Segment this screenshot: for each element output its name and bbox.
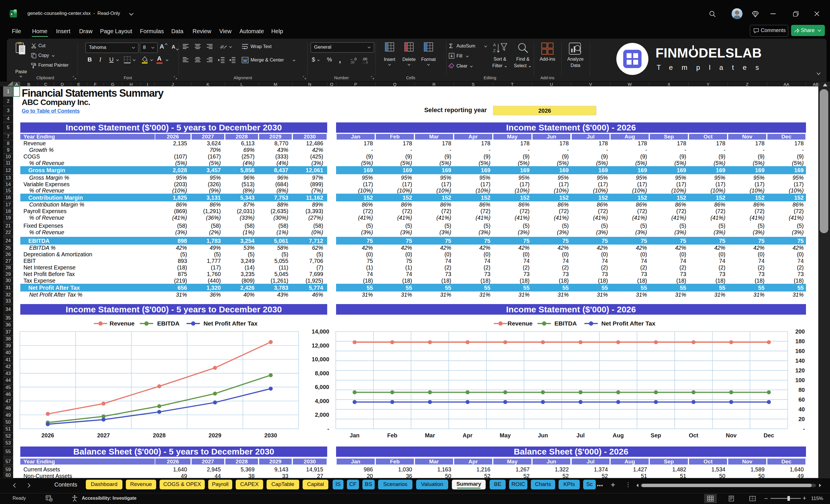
svg-text:8,000: 8,000 (315, 370, 329, 376)
svg-text:Revenue: Revenue (508, 320, 533, 327)
svg-text:160: 160 (795, 348, 805, 354)
svg-text:Dec: Dec (764, 432, 774, 439)
svg-text:20: 20 (799, 416, 805, 422)
svg-text:2,000: 2,000 (315, 412, 329, 418)
svg-text:Z: Z (493, 48, 496, 53)
svg-text:6,000: 6,000 (315, 384, 329, 390)
svg-text:4,000: 4,000 (315, 398, 329, 404)
svg-text:Oct: Oct (689, 432, 698, 439)
svg-text:Nov: Nov (726, 432, 737, 439)
svg-text:10,000: 10,000 (312, 356, 329, 363)
svg-text:Apr: Apr (463, 432, 473, 439)
svg-text:A: A (493, 42, 496, 47)
svg-text:2029: 2029 (209, 432, 221, 439)
svg-text:2027: 2027 (97, 432, 110, 439)
svg-text:Revenue: Revenue (109, 320, 135, 327)
svg-text:Mar: Mar (425, 432, 435, 439)
svg-text:EBITDA: EBITDA (157, 320, 180, 327)
svg-text:40: 40 (799, 406, 805, 412)
svg-text:Aug: Aug (613, 432, 624, 439)
svg-text:Feb: Feb (387, 432, 397, 439)
svg-text:Sep: Sep (651, 432, 661, 439)
svg-text:x: x (10, 12, 13, 16)
svg-text:200: 200 (795, 328, 805, 335)
svg-text:Net Profit After Tax: Net Profit After Tax (601, 320, 655, 327)
svg-text:May: May (500, 432, 511, 439)
svg-text:12,000: 12,000 (312, 342, 329, 349)
svg-text:2028: 2028 (153, 432, 166, 439)
svg-text:-: - (327, 426, 329, 432)
svg-text:140: 140 (795, 357, 805, 364)
svg-text:180: 180 (795, 338, 805, 344)
svg-text:-: - (803, 426, 805, 432)
svg-text:2030: 2030 (264, 432, 277, 439)
svg-text:Jan: Jan (350, 432, 359, 439)
svg-text:Jun: Jun (538, 432, 548, 439)
svg-text:EBITDA: EBITDA (554, 320, 577, 327)
svg-text:ab: ab (220, 44, 225, 50)
svg-text:120: 120 (795, 367, 805, 374)
svg-text:80: 80 (799, 387, 805, 393)
svg-text:2026: 2026 (41, 432, 54, 439)
svg-text:100: 100 (795, 377, 805, 383)
svg-text:Jul: Jul (576, 432, 584, 439)
svg-text:60: 60 (799, 397, 805, 403)
svg-text:14,000: 14,000 (312, 328, 329, 335)
svg-text:Net Profit After Tax: Net Profit After Tax (203, 320, 257, 327)
